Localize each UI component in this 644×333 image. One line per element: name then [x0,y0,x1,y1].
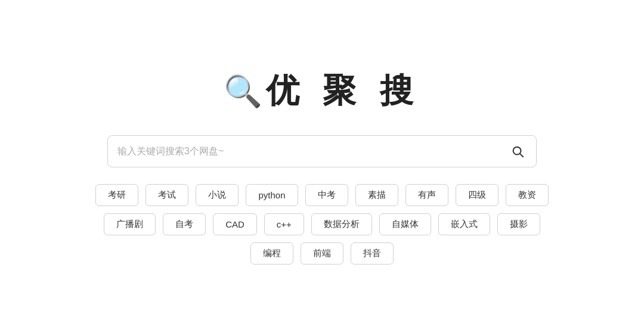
tag-button[interactable]: 小说 [196,184,239,206]
tag-button[interactable]: 前端 [301,242,343,264]
tag-button[interactable]: 抖音 [351,242,394,264]
tags-row-3: 编程前端抖音 [250,242,394,264]
tag-button[interactable]: 自考 [163,213,206,235]
tag-button[interactable]: 数据分析 [311,213,372,235]
search-icon [511,145,524,158]
tag-button[interactable]: 四级 [456,184,499,206]
tags-row-1: 考研考试小说python中考素描有声四级教资 [95,184,548,206]
tag-button[interactable]: 广播剧 [104,213,156,235]
tags-container: 考研考试小说python中考素描有声四级教资 广播剧自考CADc++数据分析自媒… [107,184,537,264]
tag-button[interactable]: 素描 [355,184,398,206]
search-input[interactable] [117,146,509,157]
tag-button[interactable]: 中考 [305,184,348,206]
logo-text: 优 聚 搜 [266,69,420,114]
tag-button[interactable]: 教资 [506,184,549,206]
tag-button[interactable]: 嵌入式 [438,213,490,235]
tag-button[interactable]: 自媒体 [379,213,431,235]
tag-button[interactable]: c++ [264,213,304,235]
search-button[interactable] [509,142,527,160]
search-bar [107,135,537,167]
tag-button[interactable]: 考试 [145,184,188,206]
tag-button[interactable]: python [246,184,298,206]
tag-button[interactable]: CAD [213,213,257,235]
tag-button[interactable]: 考研 [95,184,138,206]
tags-row-2: 广播剧自考CADc++数据分析自媒体嵌入式摄影 [104,213,540,235]
tag-button[interactable]: 有声 [405,184,448,206]
logo-area: 🔍 优 聚 搜 [224,69,420,114]
search-logo-icon: 🔍 [224,76,262,107]
tag-button[interactable]: 编程 [250,242,293,264]
tag-button[interactable]: 摄影 [497,213,540,235]
svg-line-1 [520,154,523,157]
